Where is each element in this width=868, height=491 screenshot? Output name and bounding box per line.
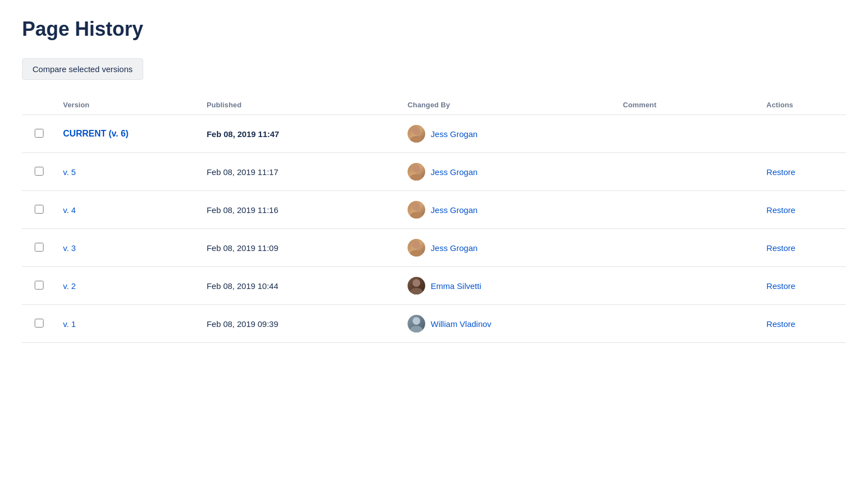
- row-version: v. 2: [57, 267, 200, 305]
- row-comment: [616, 115, 760, 153]
- compare-button[interactable]: Compare selected versions: [22, 58, 143, 80]
- table-row: v. 2Feb 08, 2019 10:44Emma SilvettiResto…: [22, 267, 846, 305]
- table-row: CURRENT (v. 6)Feb 08, 2019 11:47Jess Gro…: [22, 115, 846, 153]
- row-published: Feb 08, 2019 10:44: [200, 267, 401, 305]
- col-header-actions: Actions: [760, 95, 846, 115]
- row-actions: Restore: [760, 153, 846, 191]
- row-checkbox-cell: [22, 267, 57, 305]
- row-comment: [616, 229, 760, 267]
- avatar: [408, 315, 425, 332]
- row-published: Feb 08, 2019 11:09: [200, 229, 401, 267]
- history-table: Version Published Changed By Comment Act…: [22, 95, 846, 343]
- restore-link[interactable]: Restore: [767, 205, 796, 215]
- row-version: v. 5: [57, 153, 200, 191]
- row-comment: [616, 191, 760, 229]
- row-checkbox[interactable]: [35, 129, 44, 138]
- user-name-link[interactable]: Jess Grogan: [431, 205, 478, 215]
- col-header-checkbox: [22, 95, 57, 115]
- row-changedby: William Vladinov: [401, 305, 616, 343]
- col-header-changedby: Changed By: [401, 95, 616, 115]
- table-row: v. 5Feb 08, 2019 11:17Jess GroganRestore: [22, 153, 846, 191]
- row-comment: [616, 267, 760, 305]
- version-link[interactable]: v. 2: [63, 281, 76, 291]
- restore-link[interactable]: Restore: [767, 243, 796, 253]
- col-header-published: Published: [200, 95, 401, 115]
- avatar: [408, 277, 425, 294]
- row-changedby: Jess Grogan: [401, 115, 616, 153]
- row-published: Feb 08, 2019 11:16: [200, 191, 401, 229]
- row-version: CURRENT (v. 6): [57, 115, 200, 153]
- row-checkbox-cell: [22, 191, 57, 229]
- version-link[interactable]: v. 5: [63, 167, 76, 177]
- row-actions: Restore: [760, 305, 846, 343]
- row-published: Feb 08, 2019 11:17: [200, 153, 401, 191]
- row-version: v. 3: [57, 229, 200, 267]
- row-checkbox[interactable]: [35, 243, 44, 252]
- user-name-link[interactable]: William Vladinov: [431, 319, 491, 329]
- version-link[interactable]: v. 3: [63, 243, 76, 253]
- row-checkbox-cell: [22, 115, 57, 153]
- row-comment: [616, 153, 760, 191]
- restore-link[interactable]: Restore: [767, 281, 796, 291]
- row-changedby: Jess Grogan: [401, 153, 616, 191]
- row-checkbox[interactable]: [35, 167, 44, 176]
- row-checkbox-cell: [22, 229, 57, 267]
- row-actions: [760, 115, 846, 153]
- table-row: v. 3Feb 08, 2019 11:09Jess GroganRestore: [22, 229, 846, 267]
- user-name-link[interactable]: Jess Grogan: [431, 129, 478, 139]
- avatar: [408, 125, 425, 143]
- row-comment: [616, 305, 760, 343]
- avatar: [408, 239, 425, 257]
- row-checkbox-cell: [22, 153, 57, 191]
- table-row: v. 1Feb 08, 2019 09:39William VladinovRe…: [22, 305, 846, 343]
- row-version: v. 4: [57, 191, 200, 229]
- page-title: Page History: [22, 18, 846, 41]
- user-name-link[interactable]: Jess Grogan: [431, 167, 478, 177]
- avatar: [408, 163, 425, 181]
- row-changedby: Jess Grogan: [401, 191, 616, 229]
- row-published: Feb 08, 2019 11:47: [200, 115, 401, 153]
- col-header-comment: Comment: [616, 95, 760, 115]
- version-link[interactable]: CURRENT (v. 6): [63, 129, 129, 138]
- restore-link[interactable]: Restore: [767, 319, 796, 329]
- row-actions: Restore: [760, 191, 846, 229]
- row-actions: Restore: [760, 229, 846, 267]
- row-checkbox[interactable]: [35, 281, 44, 290]
- row-version: v. 1: [57, 305, 200, 343]
- restore-link[interactable]: Restore: [767, 167, 796, 177]
- avatar: [408, 201, 425, 219]
- row-changedby: Emma Silvetti: [401, 267, 616, 305]
- table-row: v. 4Feb 08, 2019 11:16Jess GroganRestore: [22, 191, 846, 229]
- user-name-link[interactable]: Emma Silvetti: [431, 281, 481, 291]
- version-link[interactable]: v. 4: [63, 205, 76, 215]
- table-header-row: Version Published Changed By Comment Act…: [22, 95, 846, 115]
- row-checkbox[interactable]: [35, 319, 44, 328]
- version-link[interactable]: v. 1: [63, 319, 76, 329]
- row-changedby: Jess Grogan: [401, 229, 616, 267]
- row-checkbox-cell: [22, 305, 57, 343]
- row-actions: Restore: [760, 267, 846, 305]
- col-header-version: Version: [57, 95, 200, 115]
- user-name-link[interactable]: Jess Grogan: [431, 243, 478, 253]
- row-checkbox[interactable]: [35, 205, 44, 214]
- row-published: Feb 08, 2019 09:39: [200, 305, 401, 343]
